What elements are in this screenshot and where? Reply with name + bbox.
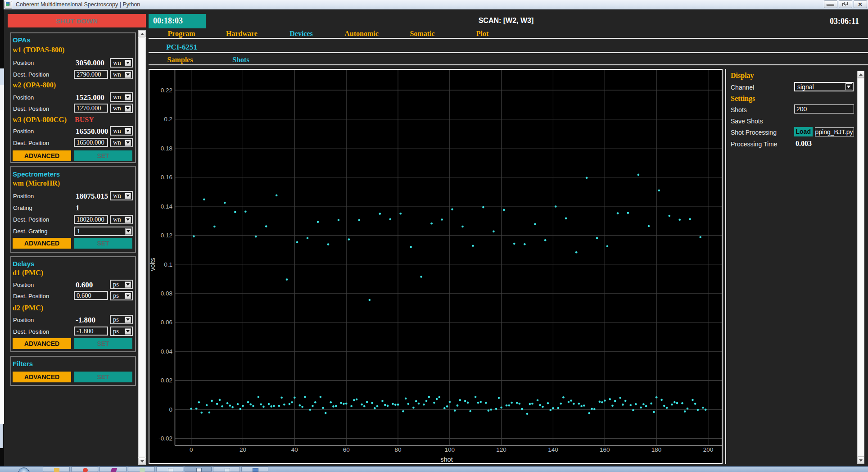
svg-text:180: 180: [651, 446, 662, 453]
svg-text:20: 20: [240, 446, 246, 453]
svg-text:0.12: 0.12: [161, 232, 172, 239]
svg-text:0.1: 0.1: [164, 261, 172, 268]
svg-text:-0.02: -0.02: [158, 435, 172, 442]
svg-text:160: 160: [600, 446, 610, 453]
svg-text:volts: volts: [149, 258, 156, 271]
svg-text:80: 80: [394, 446, 401, 453]
svg-text:120: 120: [496, 446, 506, 453]
svg-text:0.2: 0.2: [164, 116, 172, 123]
svg-text:0.14: 0.14: [161, 203, 173, 210]
svg-text:40: 40: [291, 446, 298, 453]
svg-text:200: 200: [703, 446, 714, 453]
svg-text:0.18: 0.18: [161, 145, 172, 152]
svg-text:0: 0: [169, 406, 172, 413]
svg-text:100: 100: [445, 446, 455, 453]
svg-text:140: 140: [548, 446, 558, 453]
svg-text:0.06: 0.06: [161, 319, 172, 326]
svg-text:0: 0: [190, 446, 193, 453]
svg-text:0.16: 0.16: [161, 174, 172, 181]
svg-text:0.08: 0.08: [161, 290, 172, 297]
svg-text:0.04: 0.04: [161, 348, 173, 355]
svg-text:60: 60: [343, 446, 350, 453]
svg-text:0.22: 0.22: [161, 87, 172, 94]
svg-text:0.02: 0.02: [161, 377, 172, 384]
svg-text:shot: shot: [440, 456, 452, 463]
